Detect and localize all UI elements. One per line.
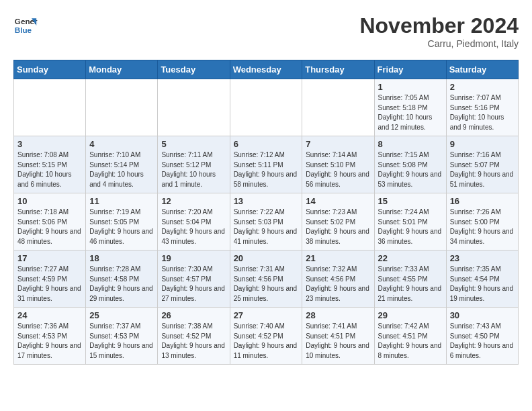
calendar-cell: 4Sunrise: 7:10 AM Sunset: 5:14 PM Daylig… [86, 136, 158, 193]
weekday-header: Friday [374, 60, 446, 79]
day-number: 2 [450, 82, 515, 92]
day-number: 17 [17, 253, 82, 263]
calendar-cell: 19Sunrise: 7:30 AM Sunset: 4:57 PM Dayli… [158, 250, 230, 308]
calendar-cell: 5Sunrise: 7:11 AM Sunset: 5:12 PM Daylig… [158, 136, 230, 193]
calendar-cell: 20Sunrise: 7:31 AM Sunset: 4:56 PM Dayli… [230, 250, 302, 308]
day-info: Sunrise: 7:24 AM Sunset: 5:01 PM Dayligh… [378, 208, 443, 246]
day-info: Sunrise: 7:07 AM Sunset: 5:16 PM Dayligh… [450, 93, 515, 132]
day-number: 6 [234, 139, 299, 149]
title-area: November 2024 Carru, Piedmont, Italy [359, 13, 519, 49]
day-info: Sunrise: 7:32 AM Sunset: 4:56 PM Dayligh… [306, 265, 370, 304]
calendar-cell: 8Sunrise: 7:15 AM Sunset: 5:08 PM Daylig… [374, 136, 446, 193]
calendar-cell [230, 79, 302, 136]
day-number: 28 [306, 310, 370, 320]
day-number: 1 [378, 82, 443, 92]
calendar-cell: 24Sunrise: 7:36 AM Sunset: 4:53 PM Dayli… [14, 308, 86, 365]
calendar-cell: 18Sunrise: 7:28 AM Sunset: 4:58 PM Dayli… [86, 250, 158, 308]
day-info: Sunrise: 7:23 AM Sunset: 5:02 PM Dayligh… [306, 208, 370, 246]
calendar-cell: 22Sunrise: 7:33 AM Sunset: 4:55 PM Dayli… [374, 250, 446, 308]
header: General Blue November 2024 Carru, Piedmo… [13, 13, 519, 49]
weekday-header: Monday [86, 60, 158, 79]
calendar-cell: 28Sunrise: 7:41 AM Sunset: 4:51 PM Dayli… [302, 308, 374, 365]
day-number: 8 [378, 139, 443, 149]
day-number: 25 [89, 310, 154, 320]
calendar-cell: 30Sunrise: 7:43 AM Sunset: 4:50 PM Dayli… [446, 308, 518, 365]
day-number: 14 [306, 196, 370, 206]
calendar-cell: 27Sunrise: 7:40 AM Sunset: 4:52 PM Dayli… [230, 308, 302, 365]
month-title: November 2024 [359, 13, 519, 38]
day-info: Sunrise: 7:30 AM Sunset: 4:57 PM Dayligh… [161, 265, 226, 304]
calendar-cell: 14Sunrise: 7:23 AM Sunset: 5:02 PM Dayli… [302, 193, 374, 250]
day-number: 24 [17, 310, 82, 320]
calendar-cell: 12Sunrise: 7:20 AM Sunset: 5:04 PM Dayli… [158, 193, 230, 250]
weekday-header-row: SundayMondayTuesdayWednesdayThursdayFrid… [14, 60, 519, 79]
day-number: 30 [450, 310, 515, 320]
weekday-header: Thursday [302, 60, 374, 79]
calendar-cell: 10Sunrise: 7:18 AM Sunset: 5:06 PM Dayli… [14, 193, 86, 250]
day-info: Sunrise: 7:43 AM Sunset: 4:50 PM Dayligh… [450, 322, 515, 361]
day-number: 9 [450, 139, 515, 149]
calendar-cell [86, 79, 158, 136]
day-number: 3 [17, 139, 82, 149]
calendar-week-row: 10Sunrise: 7:18 AM Sunset: 5:06 PM Dayli… [14, 193, 519, 250]
day-info: Sunrise: 7:27 AM Sunset: 4:59 PM Dayligh… [17, 265, 82, 304]
day-number: 11 [89, 196, 154, 206]
day-number: 12 [161, 196, 226, 206]
day-number: 27 [234, 310, 299, 320]
day-info: Sunrise: 7:35 AM Sunset: 4:54 PM Dayligh… [450, 265, 515, 304]
calendar-week-row: 1Sunrise: 7:05 AM Sunset: 5:18 PM Daylig… [14, 79, 519, 136]
day-info: Sunrise: 7:12 AM Sunset: 5:11 PM Dayligh… [234, 150, 299, 189]
logo-icon: General Blue [13, 13, 38, 38]
day-number: 15 [378, 196, 443, 206]
calendar-cell [14, 79, 86, 136]
day-info: Sunrise: 7:40 AM Sunset: 4:52 PM Dayligh… [234, 322, 299, 361]
day-info: Sunrise: 7:37 AM Sunset: 4:53 PM Dayligh… [89, 322, 154, 361]
calendar-cell: 13Sunrise: 7:22 AM Sunset: 5:03 PM Dayli… [230, 193, 302, 250]
day-number: 22 [378, 253, 443, 263]
calendar-cell: 17Sunrise: 7:27 AM Sunset: 4:59 PM Dayli… [14, 250, 86, 308]
day-info: Sunrise: 7:18 AM Sunset: 5:06 PM Dayligh… [17, 208, 82, 246]
weekday-header: Sunday [14, 60, 86, 79]
calendar-cell: 11Sunrise: 7:19 AM Sunset: 5:05 PM Dayli… [86, 193, 158, 250]
day-number: 23 [450, 253, 515, 263]
day-info: Sunrise: 7:36 AM Sunset: 4:53 PM Dayligh… [17, 322, 82, 361]
calendar-cell: 15Sunrise: 7:24 AM Sunset: 5:01 PM Dayli… [374, 193, 446, 250]
calendar-cell: 26Sunrise: 7:38 AM Sunset: 4:52 PM Dayli… [158, 308, 230, 365]
calendar-cell: 16Sunrise: 7:26 AM Sunset: 5:00 PM Dayli… [446, 193, 518, 250]
weekday-header: Saturday [446, 60, 518, 79]
calendar-cell: 25Sunrise: 7:37 AM Sunset: 4:53 PM Dayli… [86, 308, 158, 365]
day-info: Sunrise: 7:05 AM Sunset: 5:18 PM Dayligh… [378, 93, 443, 132]
location: Carru, Piedmont, Italy [359, 38, 519, 49]
day-info: Sunrise: 7:22 AM Sunset: 5:03 PM Dayligh… [234, 208, 299, 246]
day-number: 16 [450, 196, 515, 206]
day-number: 7 [306, 139, 370, 149]
day-number: 19 [161, 253, 226, 263]
calendar-cell [158, 79, 230, 136]
weekday-header: Tuesday [158, 60, 230, 79]
logo: General Blue [13, 13, 38, 38]
day-info: Sunrise: 7:42 AM Sunset: 4:51 PM Dayligh… [378, 322, 443, 361]
day-number: 20 [234, 253, 299, 263]
calendar-cell: 29Sunrise: 7:42 AM Sunset: 4:51 PM Dayli… [374, 308, 446, 365]
day-info: Sunrise: 7:14 AM Sunset: 5:10 PM Dayligh… [306, 150, 370, 189]
calendar-cell: 9Sunrise: 7:16 AM Sunset: 5:07 PM Daylig… [446, 136, 518, 193]
day-info: Sunrise: 7:28 AM Sunset: 4:58 PM Dayligh… [89, 265, 154, 304]
weekday-header: Wednesday [230, 60, 302, 79]
calendar-cell [302, 79, 374, 136]
day-number: 13 [234, 196, 299, 206]
svg-text:Blue: Blue [15, 26, 32, 34]
calendar-cell: 3Sunrise: 7:08 AM Sunset: 5:15 PM Daylig… [14, 136, 86, 193]
day-number: 26 [161, 310, 226, 320]
calendar-week-row: 24Sunrise: 7:36 AM Sunset: 4:53 PM Dayli… [14, 308, 519, 365]
day-info: Sunrise: 7:20 AM Sunset: 5:04 PM Dayligh… [161, 208, 226, 246]
day-info: Sunrise: 7:26 AM Sunset: 5:00 PM Dayligh… [450, 208, 515, 246]
day-number: 10 [17, 196, 82, 206]
calendar-cell: 7Sunrise: 7:14 AM Sunset: 5:10 PM Daylig… [302, 136, 374, 193]
calendar-cell: 1Sunrise: 7:05 AM Sunset: 5:18 PM Daylig… [374, 79, 446, 136]
calendar-cell: 6Sunrise: 7:12 AM Sunset: 5:11 PM Daylig… [230, 136, 302, 193]
calendar-week-row: 3Sunrise: 7:08 AM Sunset: 5:15 PM Daylig… [14, 136, 519, 193]
day-info: Sunrise: 7:31 AM Sunset: 4:56 PM Dayligh… [234, 265, 299, 304]
calendar-cell: 2Sunrise: 7:07 AM Sunset: 5:16 PM Daylig… [446, 79, 518, 136]
day-info: Sunrise: 7:41 AM Sunset: 4:51 PM Dayligh… [306, 322, 370, 361]
calendar-cell: 23Sunrise: 7:35 AM Sunset: 4:54 PM Dayli… [446, 250, 518, 308]
